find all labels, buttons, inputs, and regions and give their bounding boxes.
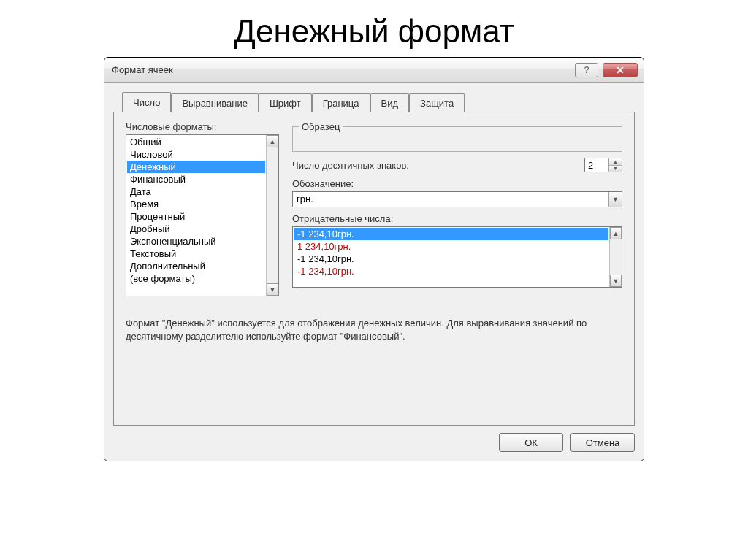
sample-fieldset: Образец: [292, 121, 622, 152]
list-item[interactable]: Дробный: [127, 223, 265, 235]
list-item[interactable]: Денежный: [127, 161, 265, 173]
format-help-text: Формат "Денежный" используется для отобр…: [126, 317, 622, 343]
titlebar-title: Формат ячеек: [112, 64, 173, 75]
spinner-down-icon[interactable]: ▼: [609, 166, 622, 172]
list-item[interactable]: Дата: [127, 185, 265, 198]
symbol-value: грн.: [293, 192, 608, 207]
spinner-up-icon[interactable]: ▲: [609, 158, 622, 166]
help-icon: ?: [584, 65, 589, 75]
tab-panel-number: Числовые форматы: Общий Числовой Денежны…: [113, 112, 635, 426]
tab-font[interactable]: Шрифт: [259, 93, 312, 112]
symbol-combo[interactable]: грн. ▼: [292, 191, 622, 207]
page-heading: Денежный формат: [0, 13, 748, 50]
list-item[interactable]: Числовой: [127, 148, 265, 161]
symbol-label: Обозначение:: [292, 178, 622, 189]
dialog-body: Число Выравнивание Шрифт Граница Вид Защ…: [104, 83, 644, 461]
tab-protection[interactable]: Защита: [409, 93, 465, 112]
scroll-up-icon[interactable]: ▲: [610, 227, 622, 239]
category-scrollbar[interactable]: ▲ ▼: [266, 135, 278, 296]
dialog-format-cells: Формат ячеек ? ✕ Число Выравнивание Шриф…: [104, 57, 644, 461]
category-listbox[interactable]: Общий Числовой Денежный Финансовый Дата …: [126, 134, 279, 296]
scroll-up-icon[interactable]: ▲: [267, 135, 278, 147]
negatives-listbox[interactable]: -1 234,10грн. 1 234,10грн. -1 234,10грн.…: [292, 226, 622, 288]
category-list-inner: Общий Числовой Денежный Финансовый Дата …: [126, 135, 266, 296]
list-item[interactable]: Текстовый: [127, 248, 265, 260]
negatives-label: Отрицательные числа:: [292, 213, 622, 224]
negatives-scrollbar[interactable]: ▲ ▼: [609, 227, 622, 287]
list-item[interactable]: Экспоненциальный: [127, 235, 265, 248]
scroll-down-icon[interactable]: ▼: [610, 275, 622, 287]
button-row: ОК Отмена: [113, 433, 635, 452]
close-button[interactable]: ✕: [603, 63, 638, 77]
tab-alignment[interactable]: Выравнивание: [171, 93, 258, 112]
close-icon: ✕: [616, 65, 625, 75]
negative-option[interactable]: -1 234,10грн.: [294, 265, 608, 277]
list-item[interactable]: Финансовый: [127, 173, 265, 185]
help-button[interactable]: ?: [575, 63, 598, 77]
sample-legend: Образец: [299, 121, 343, 132]
ok-button[interactable]: ОК: [499, 433, 563, 452]
list-item[interactable]: Общий: [127, 136, 265, 148]
tab-view[interactable]: Вид: [370, 93, 410, 112]
decimals-spinner[interactable]: ▲ ▼: [584, 158, 622, 172]
list-item[interactable]: (все форматы): [127, 272, 265, 285]
negative-option[interactable]: -1 234,10грн.: [294, 253, 608, 265]
list-item[interactable]: Время: [127, 198, 265, 210]
decimals-label: Число десятичных знаков:: [292, 160, 409, 171]
combo-dropdown-icon[interactable]: ▼: [608, 192, 622, 207]
scroll-down-icon[interactable]: ▼: [267, 283, 278, 296]
list-item[interactable]: Процентный: [127, 210, 265, 223]
negative-option[interactable]: 1 234,10грн.: [294, 240, 608, 253]
cancel-button[interactable]: Отмена: [570, 433, 635, 452]
negative-option[interactable]: -1 234,10грн.: [294, 228, 608, 240]
tabstrip: Число Выравнивание Шрифт Граница Вид Защ…: [122, 93, 635, 112]
tab-number[interactable]: Число: [122, 92, 171, 112]
category-label: Числовые форматы:: [126, 121, 279, 132]
tab-border[interactable]: Граница: [312, 93, 370, 112]
list-item[interactable]: Дополнительный: [127, 260, 265, 272]
titlebar: Формат ячеек ? ✕: [104, 58, 644, 83]
decimals-input[interactable]: [585, 158, 608, 172]
